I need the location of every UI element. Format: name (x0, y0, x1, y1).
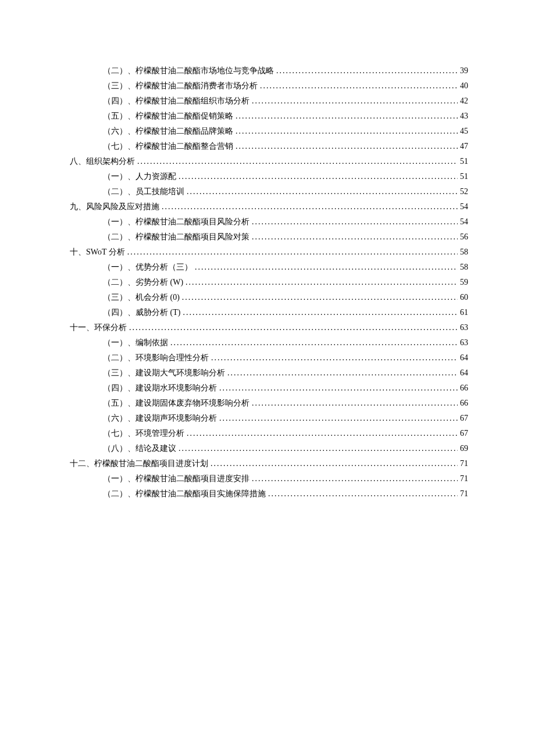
toc-entry: （六）、建设期声环境影响分析67 (70, 414, 468, 422)
toc-entry-page: 71 (460, 490, 468, 498)
toc-entry: （一）、柠檬酸甘油二酸酯项目风险分析54 (70, 218, 468, 226)
toc-entry: （三）、柠檬酸甘油二酸酯消费者市场分析40 (70, 82, 468, 90)
toc-entry-label: （二）、劣势分析 (W) (103, 278, 183, 286)
toc-leader-dots (252, 475, 458, 483)
toc-entry-page: 58 (460, 248, 468, 256)
toc-entry: （四）、威胁分析 (T) 61 (70, 309, 468, 317)
toc-leader-dots (227, 369, 458, 377)
toc-entry-page: 71 (460, 460, 468, 468)
toc-leader-dots (260, 82, 458, 90)
toc-entry-label: （一）、人力资源配 (103, 173, 176, 181)
toc-leader-dots (252, 97, 458, 105)
toc-entry: （六）、柠檬酸甘油二酸酯品牌策略45 (70, 127, 468, 135)
toc-leader-dots (276, 67, 458, 75)
toc-leader-dots (137, 157, 458, 166)
toc-entry-page: 69 (460, 445, 468, 453)
toc-entry: 十、SWoT 分析 58 (70, 248, 468, 256)
toc-entry-label: （四）、威胁分析 (T) (103, 309, 180, 317)
toc-entry-page: 51 (460, 173, 468, 181)
toc-entry-label: 十、SWoT 分析 (70, 248, 125, 256)
toc-entry-label: （八）、结论及建议 (103, 445, 176, 453)
toc-entry: （二）、柠檬酸甘油二酸酯项目风险对策56 (70, 233, 468, 241)
toc-entry-page: 56 (460, 233, 468, 241)
toc-entry-page: 45 (460, 127, 468, 135)
toc-entry: 八、组织架构分析 51 (70, 157, 468, 166)
toc-entry-label: （四）、建设期水环境影响分析 (103, 384, 217, 392)
toc-entry: （一）、编制依据63 (70, 339, 468, 347)
toc-entry-label: （五）、建设期固体废弃物环境影响分析 (103, 399, 249, 407)
toc-leader-dots (187, 429, 458, 438)
toc-leader-dots (252, 218, 458, 226)
toc-entry-label: （六）、建设期声环境影响分析 (103, 414, 217, 422)
toc-entry-page: 67 (460, 414, 468, 422)
toc-entry-label: 十一、环保分析 (70, 324, 127, 332)
toc-entry: （一）、人力资源配51 (70, 173, 468, 181)
toc-entry: （五）、柠檬酸甘油二酸酯促销策略43 (70, 112, 468, 120)
toc-entry: （三）、机会分析 (0) 60 (70, 293, 468, 302)
toc-entry: （三）、建设期大气环境影响分析64 (70, 369, 468, 377)
toc-entry-page: 52 (460, 188, 468, 196)
toc-entry: 十一、环保分析 63 (70, 324, 468, 332)
toc-leader-dots (236, 112, 458, 120)
toc-entry: （二）、员工技能培训52 (70, 188, 468, 196)
toc-entry: （二）、环境影响合理性分析64 (70, 354, 468, 362)
toc-entry: （一）、优势分析（三）58 (70, 263, 468, 271)
toc-entry-label: （五）、柠檬酸甘油二酸酯促销策略 (103, 112, 233, 120)
toc-entry: （八）、结论及建议69 (70, 445, 468, 453)
toc-entry: （七）、柠檬酸甘油二酸酯整合营销47 (70, 142, 468, 151)
toc-leader-dots (195, 263, 458, 271)
toc-leader-dots (170, 339, 458, 347)
toc-entry-label: （二）、柠檬酸甘油二酸酯市场地位与竞争战略 (103, 67, 274, 75)
toc-entry-page: 47 (460, 142, 468, 151)
toc-entry-label: （二）、柠檬酸甘油二酸酯项目实施保障措施 (103, 490, 266, 498)
toc-entry-page: 43 (460, 112, 468, 120)
toc-entry-page: 40 (460, 82, 468, 90)
toc-entry-page: 54 (460, 218, 468, 226)
toc-entry-page: 51 (460, 157, 468, 166)
toc-entry: （五）、建设期固体废弃物环境影响分析66 (70, 399, 468, 407)
toc-entry-label: （七）、环境管理分析 (103, 429, 184, 438)
toc-entry: （二）、柠檬酸甘油二酸酯市场地位与竞争战略39 (70, 67, 468, 75)
toc-entry: （七）、环境管理分析67 (70, 429, 468, 438)
toc-entry-label: 九、风险风险及应对措施 (70, 203, 159, 211)
toc-leader-dots (183, 309, 458, 317)
toc-leader-dots (219, 384, 458, 392)
toc-entry-label: （六）、柠檬酸甘油二酸酯品牌策略 (103, 127, 233, 135)
toc-entry: （二）、柠檬酸甘油二酸酯项目实施保障措施71 (70, 490, 468, 498)
toc-entry: 十二、柠檬酸甘油二酸酯项目进度计划 71 (70, 460, 468, 468)
toc-entry-page: 60 (460, 293, 468, 302)
toc-leader-dots (236, 127, 458, 135)
toc-entry-label: （一）、柠檬酸甘油二酸酯项目风险分析 (103, 218, 249, 226)
toc-entry-page: 66 (460, 384, 468, 392)
toc-leader-dots (162, 203, 458, 211)
toc-entry-label: 十二、柠檬酸甘油二酸酯项目进度计划 (70, 460, 208, 468)
toc-entry: （四）、建设期水环境影响分析66 (70, 384, 468, 392)
toc-page: （二）、柠檬酸甘油二酸酯市场地位与竞争战略39（三）、柠檬酸甘油二酸酯消费者市场… (0, 0, 535, 498)
toc-entry-label: （三）、机会分析 (0) (103, 293, 180, 302)
toc-entry-label: （七）、柠檬酸甘油二酸酯整合营销 (103, 142, 233, 151)
toc-entry-page: 64 (460, 369, 468, 377)
toc-leader-dots (127, 248, 458, 256)
toc-leader-dots (252, 399, 458, 407)
toc-leader-dots (182, 293, 458, 302)
toc-entry-page: 63 (460, 324, 468, 332)
toc-entry-page: 67 (460, 429, 468, 438)
toc-entry-page: 66 (460, 399, 468, 407)
toc-entry-page: 64 (460, 354, 468, 362)
toc-leader-dots (179, 445, 458, 453)
toc-entry-label: （一）、柠檬酸甘油二酸酯项目进度安排 (103, 475, 249, 483)
toc-entry-label: （三）、柠檬酸甘油二酸酯消费者市场分析 (103, 82, 258, 90)
toc-leader-dots (268, 490, 458, 498)
toc-entry-label: （二）、环境影响合理性分析 (103, 354, 209, 362)
toc-list: （二）、柠檬酸甘油二酸酯市场地位与竞争战略39（三）、柠檬酸甘油二酸酯消费者市场… (70, 67, 468, 498)
toc-entry-page: 39 (460, 67, 468, 75)
toc-entry: （四）、柠檬酸甘油二酸酯组织市场分析42 (70, 97, 468, 105)
toc-entry: （一）、柠檬酸甘油二酸酯项目进度安排71 (70, 475, 468, 483)
toc-leader-dots (186, 278, 458, 286)
toc-entry: 九、风险风险及应对措施 54 (70, 203, 468, 211)
toc-leader-dots (179, 173, 458, 181)
toc-entry-page: 54 (460, 203, 468, 211)
toc-leader-dots (129, 324, 458, 332)
toc-entry: （二）、劣势分析 (W) 59 (70, 278, 468, 286)
toc-leader-dots (211, 460, 458, 468)
